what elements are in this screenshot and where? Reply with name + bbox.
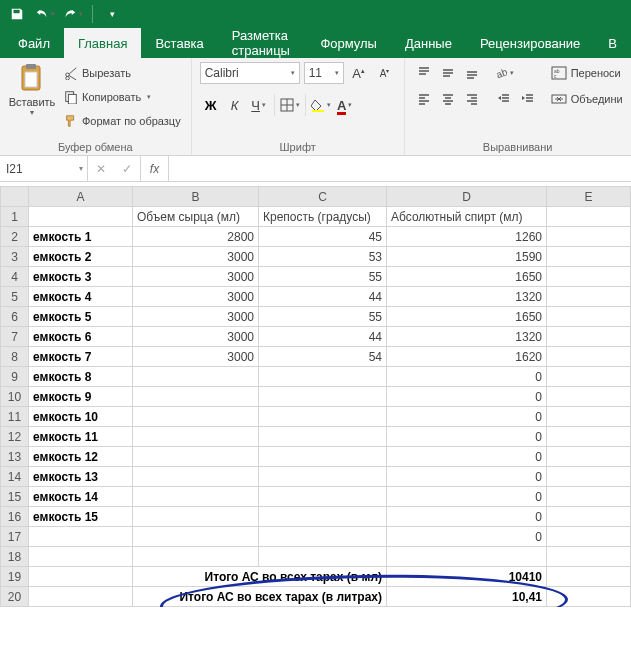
cell[interactable]: [29, 587, 133, 607]
cell[interactable]: [259, 367, 387, 387]
cell[interactable]: [547, 327, 631, 347]
cell[interactable]: [547, 227, 631, 247]
row-header[interactable]: 5: [1, 287, 29, 307]
customize-qat-button[interactable]: ▾: [101, 3, 123, 25]
cell[interactable]: 0: [387, 447, 547, 467]
cell[interactable]: 3000: [133, 287, 259, 307]
cell[interactable]: 3000: [133, 327, 259, 347]
col-header-A[interactable]: A: [29, 187, 133, 207]
cell[interactable]: емкость 14: [29, 487, 133, 507]
cell[interactable]: [547, 367, 631, 387]
tab-home[interactable]: Главная: [64, 28, 141, 58]
cell[interactable]: 0: [387, 427, 547, 447]
cell[interactable]: Объем сырца (мл): [133, 207, 259, 227]
row-header[interactable]: 16: [1, 507, 29, 527]
align-bottom-button[interactable]: [461, 62, 483, 84]
cell[interactable]: Абсолютный спирт (мл): [387, 207, 547, 227]
cell[interactable]: [259, 427, 387, 447]
cell[interactable]: [547, 347, 631, 367]
cancel-edit-button[interactable]: ✕: [88, 162, 114, 176]
font-color-button[interactable]: A ▾: [334, 94, 356, 116]
paste-button[interactable]: Вставить ▾: [8, 62, 56, 117]
row-header[interactable]: 9: [1, 367, 29, 387]
cell[interactable]: 0: [387, 507, 547, 527]
select-all-button[interactable]: [1, 187, 29, 207]
cut-button[interactable]: Вырезать: [62, 62, 183, 84]
col-header-C[interactable]: C: [259, 187, 387, 207]
italic-button[interactable]: К: [224, 94, 246, 116]
cell[interactable]: 3000: [133, 247, 259, 267]
tab-file[interactable]: Файл: [4, 28, 64, 58]
cell[interactable]: [133, 427, 259, 447]
cell[interactable]: 55: [259, 307, 387, 327]
cell[interactable]: 1620: [387, 347, 547, 367]
format-painter-button[interactable]: Формат по образцу: [62, 110, 183, 132]
borders-button[interactable]: ▾: [279, 94, 301, 116]
cell[interactable]: [547, 507, 631, 527]
row-header[interactable]: 17: [1, 527, 29, 547]
increase-font-button[interactable]: A▴: [348, 62, 370, 84]
cell[interactable]: 2800: [133, 227, 259, 247]
cell[interactable]: 3000: [133, 347, 259, 367]
cell[interactable]: [547, 547, 631, 567]
cell[interactable]: [133, 387, 259, 407]
font-size-select[interactable]: 11 ▾: [304, 62, 344, 84]
cell[interactable]: [547, 427, 631, 447]
cell[interactable]: [547, 447, 631, 467]
cell[interactable]: емкость 1: [29, 227, 133, 247]
cell[interactable]: 1650: [387, 267, 547, 287]
cell[interactable]: [547, 287, 631, 307]
font-name-select[interactable]: Calibri ▾: [200, 62, 300, 84]
row-header[interactable]: 10: [1, 387, 29, 407]
cell[interactable]: 1650: [387, 307, 547, 327]
cell[interactable]: [547, 387, 631, 407]
confirm-edit-button[interactable]: ✓: [114, 162, 140, 176]
cell[interactable]: [133, 527, 259, 547]
cell[interactable]: [133, 467, 259, 487]
orientation-button[interactable]: ab▾: [493, 62, 515, 84]
cell[interactable]: 44: [259, 327, 387, 347]
cell[interactable]: емкость 11: [29, 427, 133, 447]
cell[interactable]: 1260: [387, 227, 547, 247]
row-header[interactable]: 14: [1, 467, 29, 487]
cell[interactable]: емкость 9: [29, 387, 133, 407]
cell[interactable]: [133, 507, 259, 527]
cell[interactable]: 1320: [387, 287, 547, 307]
cell[interactable]: 1320: [387, 327, 547, 347]
row-header[interactable]: 4: [1, 267, 29, 287]
cell[interactable]: [547, 527, 631, 547]
cell[interactable]: 45: [259, 227, 387, 247]
cell[interactable]: [547, 587, 631, 607]
cell[interactable]: [547, 467, 631, 487]
save-button[interactable]: [6, 3, 28, 25]
cell[interactable]: Крепость (градусы): [259, 207, 387, 227]
cell[interactable]: [133, 367, 259, 387]
cell[interactable]: 0: [387, 367, 547, 387]
name-box[interactable]: I21 ▾: [0, 156, 88, 181]
col-header-D[interactable]: D: [387, 187, 547, 207]
cell[interactable]: [133, 407, 259, 427]
cell[interactable]: емкость 5: [29, 307, 133, 327]
cell[interactable]: емкость 13: [29, 467, 133, 487]
cell[interactable]: [259, 487, 387, 507]
fill-color-button[interactable]: ▾: [310, 94, 332, 116]
row-header[interactable]: 12: [1, 427, 29, 447]
cell[interactable]: 0: [387, 527, 547, 547]
cell[interactable]: [133, 547, 259, 567]
row-header[interactable]: 11: [1, 407, 29, 427]
row-header[interactable]: 18: [1, 547, 29, 567]
row-header[interactable]: 7: [1, 327, 29, 347]
cell[interactable]: 1590: [387, 247, 547, 267]
cell[interactable]: [547, 407, 631, 427]
row-header[interactable]: 8: [1, 347, 29, 367]
cell[interactable]: 10410: [387, 567, 547, 587]
cell[interactable]: емкость 3: [29, 267, 133, 287]
decrease-indent-button[interactable]: [493, 88, 515, 110]
cell[interactable]: [259, 407, 387, 427]
row-header[interactable]: 3: [1, 247, 29, 267]
tab-formulas[interactable]: Формулы: [306, 28, 391, 58]
tab-page-layout[interactable]: Разметка страницы: [218, 28, 307, 58]
cell[interactable]: [133, 487, 259, 507]
cell[interactable]: [387, 547, 547, 567]
row-header[interactable]: 15: [1, 487, 29, 507]
